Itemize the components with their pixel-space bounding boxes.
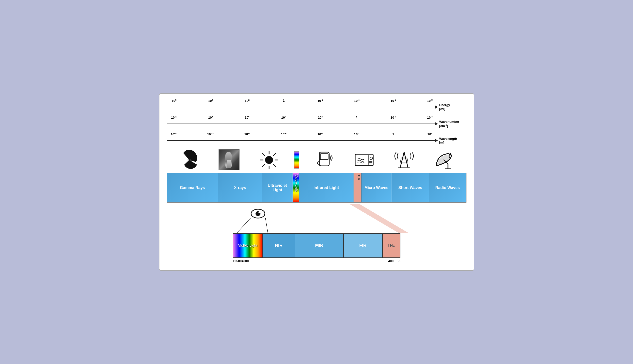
wn-val-6: 1 [349, 116, 364, 119]
wn-val-5: 102 [313, 116, 328, 119]
zoom-tick-1: 12500 [233, 259, 242, 263]
svg-point-31 [259, 212, 260, 214]
segment-radio: Radio Waves [429, 173, 466, 202]
zoom-segment-mir: MIR [295, 234, 344, 258]
svg-rect-17 [369, 161, 372, 162]
wn-val-1: 1010 [167, 116, 182, 119]
energy-arrow-row: Energy[eV] [167, 103, 467, 111]
radio-tower-icon [394, 150, 414, 170]
wavenumber-arrow-row: Wavenumber[cm-1] [167, 120, 467, 128]
wn-val-7: 10-2 [386, 116, 401, 119]
zoom-segment-nir: NIR [263, 234, 295, 258]
wavenumber-tick-labels: 1010 108 106 104 102 1 10-2 10-4 [167, 116, 467, 119]
energy-val-4: 1 [276, 99, 291, 103]
wn-val-8: 10-4 [422, 116, 437, 119]
thermometer-icon-item [308, 149, 340, 171]
wavelength-arrow-head [435, 139, 438, 142]
svg-line-32 [237, 218, 251, 233]
svg-point-3 [265, 156, 273, 164]
zoom-tick-3: 400 [388, 259, 394, 263]
microwave-icon [354, 150, 374, 170]
radiation-icon-item [173, 149, 205, 171]
zoom-bar: Visible Light NIR MIR FIR THz [233, 233, 400, 258]
wavelength-arrow-line [167, 140, 435, 141]
segment-uv-label: Ultraviolet Light [263, 183, 291, 192]
wavenumber-arrow-line [167, 124, 435, 124]
satellite-icon-item [428, 149, 460, 171]
svg-line-9 [273, 164, 276, 166]
zoom-segment-thz-label: THz [388, 244, 395, 248]
svg-line-8 [262, 154, 265, 156]
thermometer-icon [314, 150, 334, 170]
segment-short: Short Waves [392, 173, 429, 202]
svg-rect-12 [319, 152, 329, 166]
segment-uv: Ultraviolet Light [262, 173, 293, 202]
svg-rect-14 [355, 154, 373, 166]
connecting-lines-svg [167, 204, 467, 233]
energy-val-1: 106 [167, 99, 182, 103]
energy-val-5: 10-2 [313, 99, 328, 103]
wl-val-5: 10-4 [313, 132, 328, 136]
svg-line-10 [273, 154, 276, 156]
sun-icon-item [253, 149, 285, 171]
satellite-dish-icon [434, 150, 454, 170]
energy-val-3: 102 [240, 99, 255, 103]
energy-scale: 106 104 102 1 10-2 10-4 10-6 10-8 Energy… [167, 99, 467, 111]
wl-val-8: 102 [422, 132, 437, 136]
zoom-segment-visible: Visible Light [233, 234, 263, 258]
segment-thz: THz [354, 173, 361, 202]
energy-tick-labels: 106 104 102 1 10-2 10-4 10-6 10-8 [167, 99, 467, 103]
wavenumber-arrow-head [435, 122, 438, 126]
svg-point-2 [188, 159, 190, 161]
energy-arrow-head [435, 105, 438, 109]
zoom-segment-visible-label: Visible Light [238, 244, 257, 248]
zoom-segment-nir-label: NIR [275, 243, 283, 248]
segment-infrared: Infrared Light [299, 173, 354, 202]
segment-gamma-label: Gamma Rays [180, 186, 205, 190]
segment-micro-label: Micro Waves [364, 186, 388, 190]
microwave-icon-item [348, 149, 380, 171]
segment-thz-label: THz [357, 174, 361, 180]
zoom-segment-fir-label: FIR [359, 243, 366, 248]
zoom-tick-4: 5 [398, 259, 400, 263]
wavelength-unit: Wavelength[m] [439, 137, 467, 144]
wavelength-scale: 10-12 10-10 10-8 10-6 10-4 10-2 1 102 Wa… [167, 132, 467, 144]
scales-section: 106 104 102 1 10-2 10-4 10-6 10-8 Energy… [167, 99, 467, 144]
tower-icon-item [388, 149, 420, 171]
energy-val-6: 10-4 [349, 99, 364, 103]
icons-row [167, 149, 467, 171]
zoom-section: Visible Light NIR MIR FIR THz 12500 4000… [167, 233, 467, 263]
xray-image [219, 150, 240, 170]
svg-rect-18 [369, 162, 372, 163]
energy-unit: Energy[eV] [439, 103, 467, 111]
wl-val-2: 10-10 [203, 132, 218, 136]
svg-line-11 [262, 164, 265, 166]
energy-val-7: 10-6 [386, 99, 401, 103]
segment-visible-label: Visible Light [295, 174, 298, 192]
segment-xray-label: X-rays [234, 186, 246, 190]
svg-line-24 [407, 158, 408, 163]
segment-micro: Micro Waves [361, 173, 392, 202]
svg-rect-15 [356, 155, 368, 165]
wl-val-3: 10-8 [240, 132, 255, 136]
radiation-icon [179, 150, 199, 170]
xray-icon-item [213, 149, 245, 171]
sun-icon [259, 150, 279, 170]
svg-line-23 [400, 158, 401, 163]
energy-val-8: 10-8 [422, 99, 437, 103]
segment-infrared-label: Infrared Light [313, 186, 339, 190]
wn-val-2: 108 [203, 116, 218, 119]
wavelength-arrow-row: Wavelength[m] [167, 137, 467, 144]
energy-val-2: 104 [203, 99, 218, 103]
wl-val-6: 10-2 [349, 132, 364, 136]
zoom-segment-fir: FIR [344, 234, 383, 258]
segment-xray: X-rays [218, 173, 262, 202]
zoom-connect-area [167, 204, 467, 233]
wn-val-3: 106 [240, 116, 255, 119]
svg-rect-13 [320, 154, 328, 160]
wl-val-7: 1 [386, 132, 401, 136]
svg-point-30 [256, 211, 261, 216]
spectrum-bar: Gamma Rays X-rays Ultraviolet Light Visi… [167, 173, 467, 202]
wl-val-4: 10-6 [276, 132, 291, 136]
zoom-segment-thz: THz [383, 234, 400, 258]
